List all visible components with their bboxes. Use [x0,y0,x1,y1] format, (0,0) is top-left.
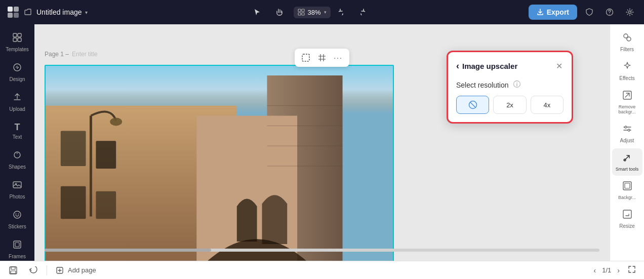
select-tool-button[interactable] [249,4,265,20]
help-button[interactable] [601,4,618,20]
bottom-bar: Add page ‹ 1/1 › [0,261,644,279]
resolution-label: Select resolution [456,80,564,90]
export-label: Export [547,8,569,16]
svg-rect-5 [302,9,304,12]
grid-tool-button[interactable] [315,51,329,65]
sidebar-item-stickers[interactable]: Stickers [3,206,32,233]
resolution-disabled-button[interactable] [456,96,489,114]
svg-rect-6 [298,13,301,15]
page-prev-icon: ‹ [594,266,596,274]
zoom-selector[interactable]: 38% ▾ [294,7,331,18]
crop-tool-button[interactable] [299,51,313,65]
zoom-level: 38% [308,9,321,16]
remove-bg-icon [622,90,632,103]
info-icon[interactable] [513,80,521,90]
templates-icon [12,32,22,45]
more-options-button[interactable]: ··· [331,51,345,65]
sidebar-item-design[interactable]: Design [3,58,32,86]
right-sidebar-item-remove-bg[interactable]: Remove backgr... [612,86,642,118]
resolution-2x-label: 2x [506,101,513,109]
remove-bg-label: Remove backgr... [615,104,639,114]
svg-point-35 [110,118,122,126]
sidebar-item-shapes[interactable]: Shapes [3,146,32,174]
svg-rect-23 [15,243,19,247]
right-sidebar-item-adjust[interactable]: Adjust [612,119,642,147]
svg-point-15 [14,64,21,71]
right-sidebar-item-filters[interactable]: Filters [612,28,642,56]
svg-rect-12 [18,33,21,37]
adjust-icon [622,124,632,136]
file-chevron-icon: ▾ [85,10,88,15]
page-label: Page 1 – [45,51,148,58]
svg-rect-11 [13,33,17,37]
zoom-chevron-icon: ▾ [324,10,327,15]
upscaler-back-button[interactable]: ‹ Image upscaler [456,61,517,71]
logo[interactable] [6,5,20,19]
right-sidebar-item-smart-tools[interactable]: Smart tools [612,148,642,176]
right-sidebar: Filters Effects Remove backgr... [610,24,644,261]
shield-button[interactable] [581,4,597,20]
svg-rect-1 [14,7,19,12]
sidebar-item-frames[interactable]: Frames [3,235,32,261]
add-page-label: Add page [68,266,96,274]
export-button[interactable]: Export [529,5,577,20]
upscaler-close-button[interactable]: ✕ [555,60,564,72]
svg-point-19 [14,211,21,218]
page-prev-button[interactable]: ‹ [592,265,598,275]
close-icon: ✕ [556,62,562,70]
svg-point-45 [627,37,631,41]
sidebar-templates-label: Templates [6,47,29,52]
svg-point-10 [629,11,631,14]
svg-rect-33 [96,191,116,219]
svg-rect-54 [11,267,15,269]
image-placeholder [46,66,393,261]
backgr-label: Backgr... [618,195,636,200]
undo-button[interactable] [337,5,349,19]
right-sidebar-item-effects[interactable]: Effects [612,57,642,85]
svg-point-21 [18,214,19,215]
svg-rect-31 [96,141,116,169]
backgr-icon [622,181,632,193]
hand-tool-button[interactable] [271,4,288,20]
sidebar-item-photos[interactable]: Photos [3,176,32,204]
effects-icon [622,61,632,74]
right-sidebar-item-resize[interactable]: Resize [612,205,642,233]
sidebar-item-text[interactable]: T Text [3,118,32,144]
resize-label: Resize [619,223,635,229]
settings-button[interactable] [622,4,638,20]
right-sidebar-item-backgr[interactable]: Backgr... [612,177,642,204]
svg-rect-4 [298,9,301,12]
svg-rect-3 [14,13,19,18]
svg-rect-32 [61,186,86,219]
sidebar-photos-label: Photos [9,194,25,200]
svg-rect-7 [302,13,304,15]
resolution-options: 2x 4x [456,96,564,114]
main-layout: Templates Design Upload T T [0,24,644,261]
svg-rect-30 [61,131,86,166]
history-button[interactable] [26,264,41,276]
svg-rect-13 [13,38,17,42]
sidebar-item-templates[interactable]: Templates [3,28,32,56]
resolution-2x-button[interactable]: 2x [493,96,526,114]
smart-tools-icon [622,152,632,165]
sidebar-frames-label: Frames [9,254,26,259]
sidebar-item-upload[interactable]: Upload [3,88,32,116]
sidebar-design-label: Design [9,76,25,82]
image-frame[interactable] [45,65,394,261]
svg-point-47 [625,126,627,128]
scrollbar-thumb[interactable] [45,249,211,252]
page-next-button[interactable]: › [615,265,622,275]
fullscreen-button[interactable] [626,264,638,276]
save-button[interactable] [6,264,20,276]
canvas-scrollbar[interactable] [45,249,599,252]
resolution-label-text: Select resolution [456,81,509,89]
effects-label: Effects [619,75,634,81]
upscaler-title: Image upscaler [462,62,517,70]
redo-button[interactable] [355,5,367,19]
file-title-button[interactable]: Untitled image ▾ [24,8,88,16]
add-page-button[interactable]: Add page [53,264,99,276]
sidebar-upload-label: Upload [9,106,25,112]
page-title-input[interactable] [72,51,148,58]
topbar-center: 38% ▾ [92,4,525,20]
resolution-4x-button[interactable]: 4x [531,96,564,114]
